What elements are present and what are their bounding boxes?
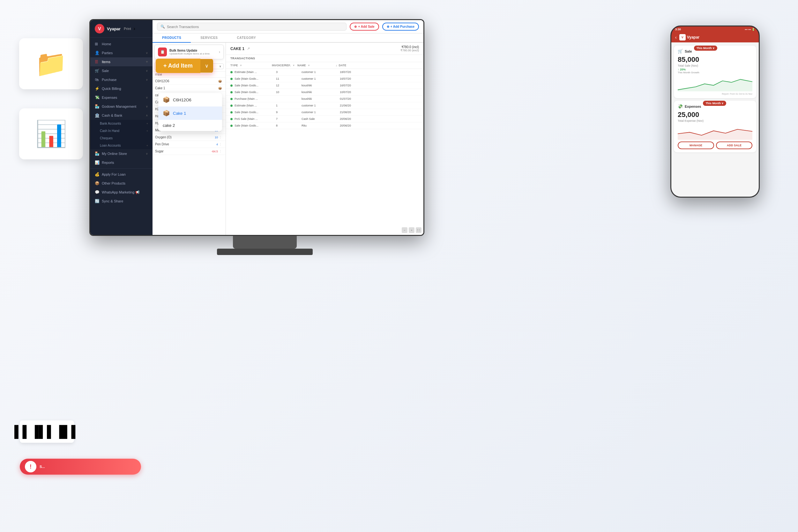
table-row[interactable]: Sale (Main Godo... 8 Ritu 20/06/20 <box>226 122 423 129</box>
sidebar-item-quick-billing[interactable]: ⚡ Quick Billing <box>90 84 152 93</box>
bulk-update-subtitle: Update/Edit multiple items at a time. <box>169 52 216 55</box>
add-item-dropdown-button[interactable]: ∨ <box>200 59 213 73</box>
sidebar-item-purchase[interactable]: 🛍 Purchase ∨ <box>90 75 152 84</box>
sidebar-item-whatsapp[interactable]: 💬 WhatsApp Marketing 📢 <box>90 188 152 197</box>
item-menu-icon[interactable]: ⋮ <box>218 142 223 146</box>
home-icon: ⊞ <box>95 42 99 46</box>
phone-back-icon[interactable]: ‹ <box>675 35 677 40</box>
sidebar-item-sync-share[interactable]: 🔄 Sync & Share <box>90 197 152 206</box>
sidebar-item-godown[interactable]: 🏪 Godown Management ∨ <box>90 102 152 111</box>
sidebar-label-reports: Reports <box>102 161 148 165</box>
sidebar-item-home[interactable]: ⊞ Home <box>90 39 152 49</box>
sidebar-item-cheques[interactable]: Cheques <box>90 134 152 142</box>
table-row[interactable]: Sale (Main Godo... 12 koushiki 16/07/20 <box>226 82 423 89</box>
tab-category[interactable]: CATEGORY <box>228 34 266 42</box>
sidebar-label-sale: Sale <box>102 69 143 73</box>
item-menu-icon[interactable]: ⋮ <box>218 150 223 153</box>
tab-services[interactable]: SERVICES <box>191 34 227 42</box>
table-row[interactable]: Sale (Main Godo... 9 customer 1 21/06/20 <box>226 109 423 116</box>
trans-invoice: 11 <box>276 77 302 80</box>
sidebar-item-expenses[interactable]: 💸 Expenses ∨ <box>90 93 152 102</box>
sidebar-item-cash-in-hand[interactable]: Cash In Hand + <box>90 127 152 134</box>
phone-add-sale-button[interactable]: ADD SALE <box>716 141 752 149</box>
zoom-in-button[interactable]: + <box>409 227 415 233</box>
sidebar-label-parties: Parties <box>102 51 143 55</box>
add-sale-button[interactable]: ⊕ + Add Sale <box>350 23 379 31</box>
item-price: ₹780.0 (incl) ₹780.00 (excl) <box>400 45 419 52</box>
sale-arrow-icon: ∨ <box>146 69 148 72</box>
table-row[interactable]: Estimate (Main ... 3 customer 1 18/07/20 <box>226 69 423 76</box>
sidebar-item-other-products[interactable]: 📦 Other Products <box>90 179 152 188</box>
list-item[interactable]: C6H12O6 📦 <box>152 78 225 85</box>
type-filter-icon[interactable]: ▼ <box>240 64 242 67</box>
trans-name: customer 1 <box>302 104 340 107</box>
purchase-icon: 🛍 <box>95 77 99 82</box>
bank-accounts-plus-icon[interactable]: + <box>146 122 148 125</box>
online-store-icon: 🏪 <box>95 151 99 156</box>
table-row[interactable]: Sale (Main Godo... 10 koushiki 10/07/20 <box>226 89 423 96</box>
add-purchase-button[interactable]: ⊕ + Add Purchase <box>382 23 419 31</box>
invoice-filter-icon[interactable]: ▼ <box>293 64 295 67</box>
phone-expense-amount: 25,000 <box>678 111 752 119</box>
apply-loan-icon: 💰 <box>95 172 99 176</box>
print-label[interactable]: Print <box>124 27 131 31</box>
phone-sale-badge[interactable]: This Month ∨ <box>694 45 717 51</box>
app-header: 🔍 ⊕ + Add Sale ⊕ + Add Purchase <box>152 20 423 34</box>
list-item[interactable]: Sugar -64.5 ⋮ <box>152 148 225 155</box>
zoom-out-button[interactable]: − <box>402 227 407 233</box>
trans-invoice: 10 <box>276 91 302 94</box>
fullscreen-button[interactable]: ⛶ <box>416 227 421 233</box>
sidebar-item-apply-loan[interactable]: 💰 Apply For Loan <box>90 170 152 179</box>
tab-products[interactable]: PRODUCTS <box>152 34 191 43</box>
sidebar-label-godown: Godown Management <box>102 104 143 108</box>
table-row[interactable]: PoS Sale (Main ... 7 Cash Sale 20/06/20 <box>226 116 423 122</box>
sidebar-item-cash-bank[interactable]: 🏦 Cash & Bank ∧ <box>90 111 152 120</box>
items-plus-icon[interactable]: + <box>146 60 148 64</box>
search-box[interactable]: 🔍 <box>157 23 346 31</box>
sidebar-item-bank-accounts[interactable]: Bank Accounts + <box>90 120 152 127</box>
transaction-dot <box>230 84 233 87</box>
list-item[interactable]: Oxygen (O) 10 ⋮ <box>152 134 225 141</box>
name-filter-icon[interactable]: ▼ <box>308 64 310 67</box>
trans-date: 18/07/20 <box>340 71 368 74</box>
sidebar-item-items[interactable]: ☰ Items + <box>90 57 152 66</box>
sidebar-label-cash-in-hand: Cash In Hand <box>100 129 119 133</box>
other-products-icon: 📦 <box>95 181 99 186</box>
bulk-update-title: Bulk Items Update <box>169 49 216 52</box>
sidebar-item-sale[interactable]: 🛒 Sale ∨ <box>90 66 152 75</box>
autocomplete-item-selected[interactable]: 📦 Cake 1 <box>158 107 222 120</box>
phone-time: 3:30 <box>675 28 681 31</box>
sidebar-item-parties[interactable]: 👤 Parties ∨ <box>90 49 152 57</box>
sidebar-item-online-store[interactable]: 🏪 My Online Store ∨ <box>90 149 152 158</box>
expenses-icon: 💸 <box>95 95 99 100</box>
autocomplete-item[interactable]: 📦 C6H12O6 <box>158 93 222 107</box>
bulk-update-banner[interactable]: 📋 Bulk Items Update Update/Edit multiple… <box>155 45 224 59</box>
loan-accounts-plus-icon[interactable]: + <box>146 144 148 147</box>
list-item[interactable]: Pen Drive 4 ⋮ <box>152 141 225 148</box>
phone-manage-button[interactable]: MANAGE <box>678 141 714 149</box>
item-name: Cake 1 <box>155 87 218 90</box>
sidebar-label-cash-bank: Cash & Bank <box>102 113 143 117</box>
sidebar-item-loan-accounts[interactable]: Loan Accounts + <box>90 142 152 149</box>
date-sort-icon[interactable]: ↓ <box>335 64 337 67</box>
list-item[interactable]: Cake 1 📦 <box>152 85 225 92</box>
item-menu-icon[interactable]: ⋮ <box>218 135 223 139</box>
monitor-screen: V Vyapar Print › ⊞ Home 👤 Parties ∨ <box>89 19 424 236</box>
sale-mini-chart <box>678 76 752 92</box>
cash-in-hand-plus-icon[interactable]: + <box>146 129 148 133</box>
sidebar-label-other-products: Other Products <box>102 182 148 185</box>
items-col-header-menu <box>218 73 223 76</box>
table-row[interactable]: Purchase (Main ... koushiki 01/07/20 <box>226 96 423 102</box>
trans-name: koushiki <box>302 91 340 94</box>
table-row[interactable]: Sale (Main Godo... 11 customer 1 16/07/2… <box>226 76 423 82</box>
autocomplete-item[interactable]: cake 2 <box>158 120 222 131</box>
table-row[interactable]: Estimate (Main ... 1 customer 1 21/06/20 <box>226 102 423 109</box>
item-price-excl: ₹780.00 (excl) <box>400 49 419 52</box>
items-icon: ☰ <box>95 60 99 64</box>
add-item-button[interactable]: + Add Item <box>156 59 200 73</box>
sidebar-item-reports[interactable]: 📊 Reports <box>90 158 152 167</box>
sale-badge-dropdown-icon: ∨ <box>712 46 715 50</box>
sidebar-label-cheques: Cheques <box>100 136 113 140</box>
search-input[interactable] <box>167 25 231 29</box>
phone-expense-badge[interactable]: This Month ∨ <box>703 101 726 106</box>
